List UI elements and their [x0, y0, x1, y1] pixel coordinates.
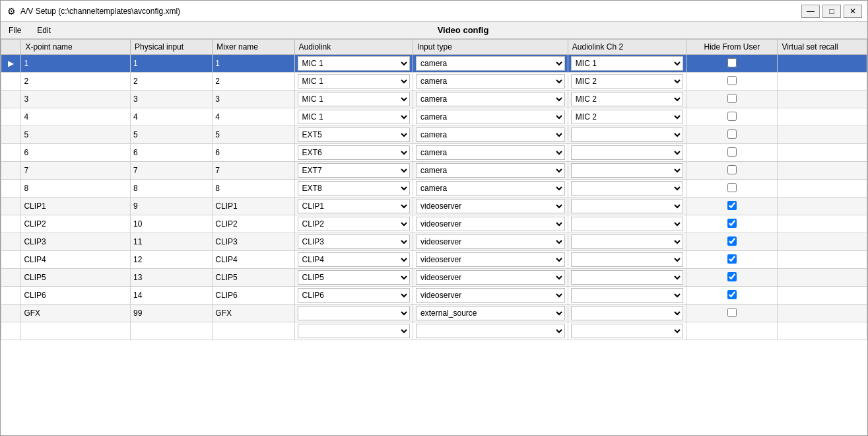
inputtype-cell[interactable]: cameravideoserverexternal_source: [413, 180, 568, 198]
inputtype-select[interactable]: cameravideoserverexternal_source: [416, 288, 565, 303]
inputtype-cell[interactable]: cameravideoserverexternal_source: [413, 269, 568, 287]
hide-from-user-checkbox[interactable]: [727, 165, 737, 174]
edit-menu[interactable]: Edit: [34, 24, 53, 36]
audiolink2-select[interactable]: MIC 1MIC 2: [571, 306, 684, 320]
inputtype-select[interactable]: cameravideoserverexternal_source: [416, 252, 565, 267]
hide-from-user-checkbox[interactable]: [727, 129, 737, 139]
inputtype-select[interactable]: cameravideoserverexternal_source: [416, 110, 565, 124]
audiolink-select[interactable]: MIC 1MIC 2EXT5EXT6EXT7EXT8CLIP1CLIP2CLIP…: [298, 235, 411, 249]
audiolink2-select[interactable]: MIC 1MIC 2: [571, 288, 684, 303]
hide-from-user-checkbox[interactable]: [727, 290, 737, 299]
audiolink-cell[interactable]: MIC 1MIC 2EXT5EXT6EXT7EXT8CLIP1CLIP2CLIP…: [294, 73, 413, 91]
hide-from-user-cell[interactable]: [686, 108, 778, 126]
audiolink2-select[interactable]: MIC 1MIC 2: [571, 74, 684, 89]
close-button[interactable]: ✕: [844, 5, 862, 18]
audiolink-cell[interactable]: MIC 1MIC 2EXT5EXT6EXT7EXT8CLIP1CLIP2CLIP…: [294, 251, 413, 269]
audiolink2-select[interactable]: MIC 1MIC 2: [571, 92, 684, 106]
hide-from-user-cell[interactable]: [686, 91, 778, 108]
inputtype-select[interactable]: cameravideoserverexternal_source: [416, 324, 565, 338]
audiolink-select[interactable]: MIC 1MIC 2EXT5EXT6EXT7EXT8CLIP1CLIP2CLIP…: [298, 181, 411, 196]
hide-from-user-checkbox[interactable]: [727, 94, 737, 103]
audiolink2-select[interactable]: MIC 1MIC 2: [571, 110, 684, 124]
hide-from-user-cell[interactable]: [686, 198, 778, 215]
inputtype-select[interactable]: cameravideoserverexternal_source: [416, 56, 565, 71]
inputtype-cell[interactable]: cameravideoserverexternal_source: [413, 162, 568, 180]
audiolink-select[interactable]: MIC 1MIC 2EXT5EXT6EXT7EXT8CLIP1CLIP2CLIP…: [298, 288, 411, 303]
audiolink2-cell[interactable]: MIC 1MIC 2: [568, 198, 686, 215]
audiolink2-cell[interactable]: MIC 1MIC 2: [568, 322, 686, 340]
hide-from-user-checkbox[interactable]: [727, 236, 737, 246]
hide-from-user-cell[interactable]: [686, 287, 778, 305]
audiolink-cell[interactable]: MIC 1MIC 2EXT5EXT6EXT7EXT8CLIP1CLIP2CLIP…: [294, 305, 413, 322]
inputtype-select[interactable]: cameravideoserverexternal_source: [416, 270, 565, 285]
inputtype-select[interactable]: cameravideoserverexternal_source: [416, 92, 565, 106]
inputtype-select[interactable]: cameravideoserverexternal_source: [416, 181, 565, 196]
inputtype-cell[interactable]: cameravideoserverexternal_source: [413, 108, 568, 126]
hide-from-user-cell[interactable]: [686, 126, 778, 144]
audiolink2-select[interactable]: MIC 1MIC 2: [571, 56, 684, 71]
inputtype-select[interactable]: cameravideoserverexternal_source: [416, 199, 565, 213]
audiolink-cell[interactable]: MIC 1MIC 2EXT5EXT6EXT7EXT8CLIP1CLIP2CLIP…: [294, 55, 413, 73]
hide-from-user-cell[interactable]: [686, 215, 778, 233]
audiolink2-select[interactable]: MIC 1MIC 2: [571, 199, 684, 213]
inputtype-cell[interactable]: cameravideoserverexternal_source: [413, 287, 568, 305]
audiolink2-select[interactable]: MIC 1MIC 2: [571, 217, 684, 231]
audiolink-select[interactable]: MIC 1MIC 2EXT5EXT6EXT7EXT8CLIP1CLIP2CLIP…: [298, 306, 411, 320]
audiolink2-select[interactable]: MIC 1MIC 2: [571, 235, 684, 249]
inputtype-select[interactable]: cameravideoserverexternal_source: [416, 235, 565, 249]
audiolink2-cell[interactable]: MIC 1MIC 2: [568, 233, 686, 251]
inputtype-select[interactable]: cameravideoserverexternal_source: [416, 163, 565, 178]
maximize-button[interactable]: □: [822, 5, 841, 18]
hide-from-user-cell[interactable]: [686, 251, 778, 269]
audiolink-select[interactable]: MIC 1MIC 2EXT5EXT6EXT7EXT8CLIP1CLIP2CLIP…: [298, 252, 411, 267]
inputtype-select[interactable]: cameravideoserverexternal_source: [416, 74, 565, 89]
audiolink2-select[interactable]: MIC 1MIC 2: [571, 252, 684, 267]
audiolink2-cell[interactable]: MIC 1MIC 2: [568, 108, 686, 126]
inputtype-cell[interactable]: cameravideoserverexternal_source: [413, 144, 568, 162]
hide-from-user-checkbox[interactable]: [727, 254, 737, 264]
audiolink-cell[interactable]: MIC 1MIC 2EXT5EXT6EXT7EXT8CLIP1CLIP2CLIP…: [294, 215, 413, 233]
audiolink2-select[interactable]: MIC 1MIC 2: [571, 181, 684, 196]
audiolink2-cell[interactable]: MIC 1MIC 2: [568, 305, 686, 322]
hide-from-user-checkbox[interactable]: [727, 219, 737, 228]
audiolink-select[interactable]: MIC 1MIC 2EXT5EXT6EXT7EXT8CLIP1CLIP2CLIP…: [298, 270, 411, 285]
hide-from-user-checkbox[interactable]: [727, 112, 737, 121]
audiolink-select[interactable]: MIC 1MIC 2EXT5EXT6EXT7EXT8CLIP1CLIP2CLIP…: [298, 324, 411, 338]
audiolink2-cell[interactable]: MIC 1MIC 2: [568, 251, 686, 269]
inputtype-cell[interactable]: cameravideoserverexternal_source: [413, 322, 568, 340]
hide-from-user-cell[interactable]: [686, 144, 778, 162]
audiolink2-cell[interactable]: MIC 1MIC 2: [568, 73, 686, 91]
audiolink-select[interactable]: MIC 1MIC 2EXT5EXT6EXT7EXT8CLIP1CLIP2CLIP…: [298, 92, 411, 106]
audiolink2-select[interactable]: MIC 1MIC 2: [571, 163, 684, 178]
audiolink-select[interactable]: MIC 1MIC 2EXT5EXT6EXT7EXT8CLIP1CLIP2CLIP…: [298, 217, 411, 231]
hide-from-user-checkbox[interactable]: [727, 76, 737, 85]
hide-from-user-cell[interactable]: [686, 55, 778, 73]
inputtype-cell[interactable]: cameravideoserverexternal_source: [413, 55, 568, 73]
audiolink-select[interactable]: MIC 1MIC 2EXT5EXT6EXT7EXT8CLIP1CLIP2CLIP…: [298, 163, 411, 178]
hide-from-user-cell[interactable]: [686, 322, 778, 340]
audiolink2-cell[interactable]: MIC 1MIC 2: [568, 55, 686, 73]
audiolink2-select[interactable]: MIC 1MIC 2: [571, 270, 684, 285]
audiolink-cell[interactable]: MIC 1MIC 2EXT5EXT6EXT7EXT8CLIP1CLIP2CLIP…: [294, 198, 413, 215]
hide-from-user-checkbox[interactable]: [727, 201, 737, 210]
inputtype-select[interactable]: cameravideoserverexternal_source: [416, 306, 565, 320]
hide-from-user-cell[interactable]: [686, 269, 778, 287]
inputtype-cell[interactable]: cameravideoserverexternal_source: [413, 91, 568, 108]
hide-from-user-checkbox[interactable]: [727, 308, 737, 317]
hide-from-user-cell[interactable]: [686, 305, 778, 322]
audiolink2-select[interactable]: MIC 1MIC 2: [571, 127, 684, 142]
inputtype-cell[interactable]: cameravideoserverexternal_source: [413, 126, 568, 144]
audiolink-cell[interactable]: MIC 1MIC 2EXT5EXT6EXT7EXT8CLIP1CLIP2CLIP…: [294, 162, 413, 180]
hide-from-user-checkbox[interactable]: [727, 58, 737, 67]
audiolink2-select[interactable]: MIC 1MIC 2: [571, 324, 684, 338]
audiolink-select[interactable]: MIC 1MIC 2EXT5EXT6EXT7EXT8CLIP1CLIP2CLIP…: [298, 145, 411, 160]
inputtype-cell[interactable]: cameravideoserverexternal_source: [413, 198, 568, 215]
hide-from-user-checkbox[interactable]: [727, 272, 737, 281]
audiolink-select[interactable]: MIC 1MIC 2EXT5EXT6EXT7EXT8CLIP1CLIP2CLIP…: [298, 56, 411, 71]
hide-from-user-checkbox[interactable]: [727, 183, 737, 192]
audiolink-select[interactable]: MIC 1MIC 2EXT5EXT6EXT7EXT8CLIP1CLIP2CLIP…: [298, 110, 411, 124]
inputtype-cell[interactable]: cameravideoserverexternal_source: [413, 305, 568, 322]
audiolink2-cell[interactable]: MIC 1MIC 2: [568, 144, 686, 162]
audiolink-select[interactable]: MIC 1MIC 2EXT5EXT6EXT7EXT8CLIP1CLIP2CLIP…: [298, 199, 411, 213]
inputtype-cell[interactable]: cameravideoserverexternal_source: [413, 215, 568, 233]
